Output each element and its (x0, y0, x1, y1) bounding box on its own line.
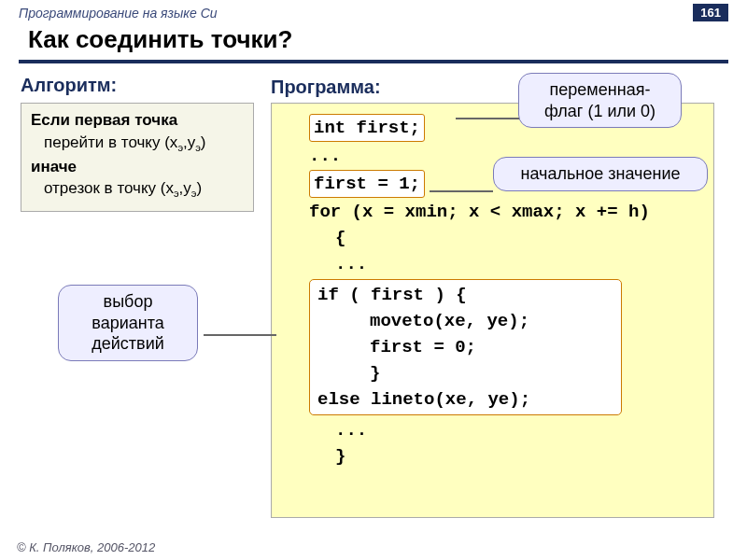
connector-line (204, 334, 276, 336)
code-dots: ... (335, 417, 702, 443)
code-init: first = 1; (309, 170, 425, 198)
connector-line (430, 190, 493, 192)
algo-else: иначе (31, 158, 77, 175)
title-underline (19, 60, 728, 63)
course-name: Программирование на языке Си (19, 6, 218, 21)
code-if-line: moveto(xe, ye); (370, 308, 613, 334)
algorithm-heading: Алгоритм: (21, 75, 117, 96)
callout-initial: начальное значение (493, 157, 708, 191)
code-decl: int first; (309, 114, 425, 142)
connector-line (456, 118, 519, 119)
code-if-line: else lineto(xe, ye); (317, 386, 613, 413)
program-heading: Программа: (271, 77, 381, 98)
algo-lineto: отрезок в точку (x (44, 179, 174, 197)
code-brace: } (335, 443, 702, 469)
code-if-line: } (370, 360, 613, 386)
code-if-block: if ( first ) { moveto(xe, ye); first = 0… (309, 279, 622, 415)
code-for: for (x = xmin; x < xmax; x += h) (309, 199, 702, 225)
code-brace: { (335, 225, 702, 251)
copyright-footer: © К. Поляков, 2006-2012 (17, 540, 155, 554)
slide-title: Как соединить точки? (0, 23, 747, 60)
page-number: 161 (693, 4, 728, 21)
code-if-line: first = 0; (370, 334, 613, 360)
algo-if: Если первая точка (31, 111, 177, 129)
algorithm-box: Если первая точка перейти в точку (xэ,yэ… (21, 103, 254, 212)
code-dots: ... (335, 251, 702, 277)
callout-flag: переменная- флаг (1 или 0) (518, 73, 682, 128)
code-if-line: if ( first ) { (317, 282, 613, 308)
callout-choice: выбор варианта действий (58, 285, 198, 361)
content-area: Алгоритм: Если первая точка перейти в то… (0, 75, 747, 541)
algo-goto: перейти в точку (x (44, 133, 177, 151)
